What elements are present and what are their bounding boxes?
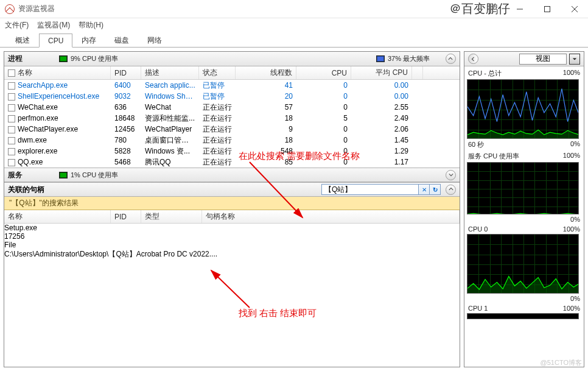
graph-svc-btm-r: 0%	[570, 216, 580, 223]
graph-total-pct: 100%	[563, 69, 580, 78]
graph-cpu1-title: CPU 1	[468, 305, 488, 312]
row-checkbox[interactable]	[8, 104, 15, 111]
app-icon	[5, 4, 15, 14]
graph-cpu0-btm-r: 0%	[570, 295, 580, 302]
row-checkbox[interactable]	[8, 82, 15, 90]
row-checkbox[interactable]	[8, 148, 15, 155]
handles-table: 名称 PID 类型 句柄名称 Setup.exe17256FileC:\User…	[4, 210, 460, 367]
hcol-name[interactable]: 名称	[4, 210, 111, 223]
bottom-watermark: @51CTO博客	[541, 358, 582, 367]
row-checkbox[interactable]	[8, 137, 15, 144]
process-row[interactable]: SearchApp.exe 6400 Search applic... 已暂停 …	[4, 80, 460, 91]
processes-header[interactable]: 进程 9% CPU 使用率 37% 最大频率	[4, 52, 460, 66]
process-row[interactable]: QQ.exe 5468 腾讯QQ 正在运行 85 0 1.17	[4, 157, 460, 168]
col-status[interactable]: 状态	[199, 66, 236, 79]
process-table-header: 名称 PID 描述 状态 线程数 CPU 平均 CPU	[4, 66, 460, 80]
view-select[interactable]	[519, 54, 567, 65]
row-checkbox[interactable]	[8, 126, 15, 133]
graph-service-cpu	[467, 162, 579, 214]
view-dropdown-button[interactable]	[569, 54, 580, 65]
process-row[interactable]: WeChat.exe 636 WeChat 正在运行 57 0 2.55	[4, 102, 460, 113]
col-name[interactable]: 名称	[4, 66, 111, 79]
svg-rect-1	[544, 7, 550, 12]
right-toolbar	[464, 52, 584, 66]
menu-help[interactable]: 帮助(H)	[79, 20, 103, 30]
graph-cpu0-title: CPU 0	[468, 225, 488, 233]
search-clear-button[interactable]: ✕	[419, 184, 430, 195]
graph-cpu1-pct: 100%	[563, 305, 580, 312]
expand-services-button[interactable]	[446, 170, 456, 180]
collapse-graphs-button[interactable]	[468, 54, 478, 64]
col-pid[interactable]: PID	[111, 66, 141, 79]
hcol-type[interactable]: 类型	[141, 210, 202, 223]
minimize-button[interactable]	[506, 0, 533, 18]
col-avg-cpu[interactable]: 平均 CPU	[351, 66, 412, 79]
tab-disk[interactable]: 磁盘	[105, 32, 138, 48]
tab-memory[interactable]: 内存	[72, 32, 105, 48]
graph-total-btm-l: 60 秒	[468, 140, 484, 149]
process-row[interactable]: WeChatPlayer.exe 12456 WeChatPlayer 正在运行…	[4, 124, 460, 135]
processes-title: 进程	[8, 54, 23, 64]
tab-network[interactable]: 网络	[138, 32, 171, 48]
window-title: 资源监视器	[18, 4, 55, 14]
graph-cpu1	[467, 313, 579, 319]
tab-cpu[interactable]: CPU	[39, 34, 72, 48]
services-title: 服务	[8, 170, 23, 180]
menu-file[interactable]: 文件(F)	[5, 20, 29, 30]
row-checkbox[interactable]	[8, 159, 15, 166]
col-cpu[interactable]: CPU	[296, 66, 351, 79]
cpu-usage-indicator	[59, 55, 68, 62]
handle-row[interactable]: Setup.exe17256FileC:\Users\Administrator…	[4, 224, 460, 237]
menu-monitor[interactable]: 监视器(M)	[37, 20, 70, 30]
select-all-checkbox[interactable]	[8, 69, 15, 77]
max-freq-label: 37% 最大频率	[388, 54, 430, 63]
graph-svc-pct: 100%	[563, 152, 580, 161]
maximize-button[interactable]	[533, 0, 561, 18]
tab-overview[interactable]: 概述	[6, 32, 39, 48]
cpu-usage-label: 9% CPU 使用率	[71, 54, 118, 63]
col-desc[interactable]: 描述	[141, 66, 199, 79]
process-row[interactable]: ShellExperienceHost.exe 9032 Windows She…	[4, 91, 460, 102]
col-threads[interactable]: 线程数	[236, 66, 296, 79]
close-button[interactable]	[561, 0, 588, 18]
max-freq-indicator	[376, 55, 385, 62]
collapse-handles-button[interactable]	[446, 185, 456, 195]
graph-cpu-total	[467, 79, 579, 139]
graph-cpu0	[467, 234, 579, 294]
handles-title: 关联的句柄	[8, 185, 44, 195]
menubar: 文件(F) 监视器(M) 帮助(H)	[0, 18, 588, 32]
hcol-handle[interactable]: 句柄名称	[202, 210, 460, 223]
hcol-pid[interactable]: PID	[111, 210, 141, 223]
watermark: ＠百变鹏仔	[449, 1, 510, 17]
process-row[interactable]: dwm.exe 780 桌面窗口管理器 正在运行 18 0 1.45	[4, 135, 460, 146]
graph-total-title: CPU - 总计	[468, 69, 502, 78]
titlebar: 资源监视器 ＠百变鹏仔	[0, 0, 588, 18]
row-checkbox[interactable]	[8, 93, 15, 101]
search-refresh-button[interactable]: ↻	[430, 184, 441, 195]
handle-search-input[interactable]	[321, 184, 419, 195]
graph-total-btm-r: 0%	[570, 140, 580, 149]
svc-usage-label: 1% CPU 使用率	[71, 171, 118, 180]
row-checkbox[interactable]	[8, 115, 15, 122]
graph-svc-title: 服务 CPU 使用率	[468, 152, 519, 161]
process-row[interactable]: explorer.exe 5828 Windows 资... 正在运行 548 …	[4, 146, 460, 157]
process-row[interactable]: perfmon.exe 18648 资源和性能监... 正在运行 18 5 2.…	[4, 113, 460, 124]
graph-cpu0-pct: 100%	[563, 225, 580, 233]
collapse-processes-button[interactable]	[446, 54, 456, 64]
services-header[interactable]: 服务 1% CPU 使用率	[4, 168, 460, 182]
handles-header[interactable]: 关联的句柄 ✕ ↻	[4, 182, 460, 197]
svc-usage-indicator	[59, 172, 68, 178]
process-table: 名称 PID 描述 状态 线程数 CPU 平均 CPU SearchApp.ex…	[4, 66, 460, 168]
search-results-bar: "【Q站】"的搜索结果	[4, 197, 460, 210]
tabbar: 概述 CPU 内存 磁盘 网络	[0, 32, 588, 48]
